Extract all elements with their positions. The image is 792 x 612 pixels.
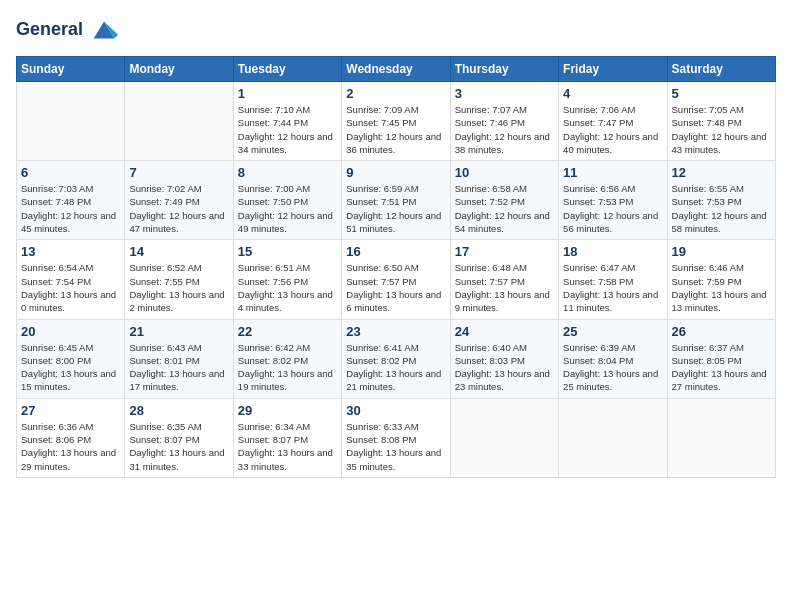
day-number: 8 <box>238 165 337 180</box>
day-info: Sunrise: 6:46 AM Sunset: 7:59 PM Dayligh… <box>672 261 771 314</box>
day-info: Sunrise: 7:07 AM Sunset: 7:46 PM Dayligh… <box>455 103 554 156</box>
day-number: 27 <box>21 403 120 418</box>
calendar-cell: 14Sunrise: 6:52 AM Sunset: 7:55 PM Dayli… <box>125 240 233 319</box>
day-info: Sunrise: 6:37 AM Sunset: 8:05 PM Dayligh… <box>672 341 771 394</box>
page-header: General <box>16 16 776 44</box>
day-info: Sunrise: 6:48 AM Sunset: 7:57 PM Dayligh… <box>455 261 554 314</box>
calendar-cell <box>559 398 667 477</box>
day-info: Sunrise: 6:42 AM Sunset: 8:02 PM Dayligh… <box>238 341 337 394</box>
day-info: Sunrise: 6:50 AM Sunset: 7:57 PM Dayligh… <box>346 261 445 314</box>
day-number: 7 <box>129 165 228 180</box>
logo-text: General <box>16 16 118 44</box>
day-number: 17 <box>455 244 554 259</box>
calendar-day-header: Friday <box>559 57 667 82</box>
calendar-week-row: 6Sunrise: 7:03 AM Sunset: 7:48 PM Daylig… <box>17 161 776 240</box>
day-info: Sunrise: 7:10 AM Sunset: 7:44 PM Dayligh… <box>238 103 337 156</box>
calendar-cell: 24Sunrise: 6:40 AM Sunset: 8:03 PM Dayli… <box>450 319 558 398</box>
day-number: 15 <box>238 244 337 259</box>
day-info: Sunrise: 6:45 AM Sunset: 8:00 PM Dayligh… <box>21 341 120 394</box>
calendar-cell: 1Sunrise: 7:10 AM Sunset: 7:44 PM Daylig… <box>233 82 341 161</box>
calendar-week-row: 27Sunrise: 6:36 AM Sunset: 8:06 PM Dayli… <box>17 398 776 477</box>
calendar-cell: 20Sunrise: 6:45 AM Sunset: 8:00 PM Dayli… <box>17 319 125 398</box>
day-number: 16 <box>346 244 445 259</box>
calendar-cell: 12Sunrise: 6:55 AM Sunset: 7:53 PM Dayli… <box>667 161 775 240</box>
calendar-cell <box>450 398 558 477</box>
calendar-week-row: 1Sunrise: 7:10 AM Sunset: 7:44 PM Daylig… <box>17 82 776 161</box>
day-info: Sunrise: 6:39 AM Sunset: 8:04 PM Dayligh… <box>563 341 662 394</box>
day-info: Sunrise: 6:59 AM Sunset: 7:51 PM Dayligh… <box>346 182 445 235</box>
day-number: 3 <box>455 86 554 101</box>
day-info: Sunrise: 7:09 AM Sunset: 7:45 PM Dayligh… <box>346 103 445 156</box>
day-info: Sunrise: 6:47 AM Sunset: 7:58 PM Dayligh… <box>563 261 662 314</box>
calendar-cell: 10Sunrise: 6:58 AM Sunset: 7:52 PM Dayli… <box>450 161 558 240</box>
calendar-cell: 26Sunrise: 6:37 AM Sunset: 8:05 PM Dayli… <box>667 319 775 398</box>
calendar-cell: 3Sunrise: 7:07 AM Sunset: 7:46 PM Daylig… <box>450 82 558 161</box>
calendar-week-row: 20Sunrise: 6:45 AM Sunset: 8:00 PM Dayli… <box>17 319 776 398</box>
calendar-table: SundayMondayTuesdayWednesdayThursdayFrid… <box>16 56 776 478</box>
calendar-cell: 28Sunrise: 6:35 AM Sunset: 8:07 PM Dayli… <box>125 398 233 477</box>
day-number: 21 <box>129 324 228 339</box>
day-number: 19 <box>672 244 771 259</box>
calendar-day-header: Tuesday <box>233 57 341 82</box>
calendar-cell: 2Sunrise: 7:09 AM Sunset: 7:45 PM Daylig… <box>342 82 450 161</box>
calendar-day-header: Monday <box>125 57 233 82</box>
day-info: Sunrise: 6:35 AM Sunset: 8:07 PM Dayligh… <box>129 420 228 473</box>
day-info: Sunrise: 6:36 AM Sunset: 8:06 PM Dayligh… <box>21 420 120 473</box>
day-number: 13 <box>21 244 120 259</box>
logo: General <box>16 16 118 44</box>
day-info: Sunrise: 7:02 AM Sunset: 7:49 PM Dayligh… <box>129 182 228 235</box>
day-info: Sunrise: 6:34 AM Sunset: 8:07 PM Dayligh… <box>238 420 337 473</box>
day-number: 1 <box>238 86 337 101</box>
calendar-cell: 27Sunrise: 6:36 AM Sunset: 8:06 PM Dayli… <box>17 398 125 477</box>
day-number: 30 <box>346 403 445 418</box>
day-number: 10 <box>455 165 554 180</box>
day-number: 9 <box>346 165 445 180</box>
calendar-cell: 9Sunrise: 6:59 AM Sunset: 7:51 PM Daylig… <box>342 161 450 240</box>
day-info: Sunrise: 6:40 AM Sunset: 8:03 PM Dayligh… <box>455 341 554 394</box>
day-number: 20 <box>21 324 120 339</box>
calendar-cell: 13Sunrise: 6:54 AM Sunset: 7:54 PM Dayli… <box>17 240 125 319</box>
calendar-cell: 29Sunrise: 6:34 AM Sunset: 8:07 PM Dayli… <box>233 398 341 477</box>
calendar-cell: 18Sunrise: 6:47 AM Sunset: 7:58 PM Dayli… <box>559 240 667 319</box>
day-number: 24 <box>455 324 554 339</box>
calendar-cell: 5Sunrise: 7:05 AM Sunset: 7:48 PM Daylig… <box>667 82 775 161</box>
calendar-cell: 16Sunrise: 6:50 AM Sunset: 7:57 PM Dayli… <box>342 240 450 319</box>
calendar-cell: 15Sunrise: 6:51 AM Sunset: 7:56 PM Dayli… <box>233 240 341 319</box>
calendar-header: SundayMondayTuesdayWednesdayThursdayFrid… <box>17 57 776 82</box>
day-info: Sunrise: 7:05 AM Sunset: 7:48 PM Dayligh… <box>672 103 771 156</box>
day-number: 2 <box>346 86 445 101</box>
day-number: 29 <box>238 403 337 418</box>
calendar-cell: 23Sunrise: 6:41 AM Sunset: 8:02 PM Dayli… <box>342 319 450 398</box>
day-info: Sunrise: 6:56 AM Sunset: 7:53 PM Dayligh… <box>563 182 662 235</box>
day-info: Sunrise: 7:06 AM Sunset: 7:47 PM Dayligh… <box>563 103 662 156</box>
day-number: 18 <box>563 244 662 259</box>
calendar-cell <box>667 398 775 477</box>
calendar-cell: 19Sunrise: 6:46 AM Sunset: 7:59 PM Dayli… <box>667 240 775 319</box>
day-info: Sunrise: 7:00 AM Sunset: 7:50 PM Dayligh… <box>238 182 337 235</box>
day-number: 22 <box>238 324 337 339</box>
day-info: Sunrise: 6:33 AM Sunset: 8:08 PM Dayligh… <box>346 420 445 473</box>
day-number: 6 <box>21 165 120 180</box>
calendar-cell: 4Sunrise: 7:06 AM Sunset: 7:47 PM Daylig… <box>559 82 667 161</box>
day-info: Sunrise: 6:58 AM Sunset: 7:52 PM Dayligh… <box>455 182 554 235</box>
calendar-cell: 11Sunrise: 6:56 AM Sunset: 7:53 PM Dayli… <box>559 161 667 240</box>
calendar-day-header: Thursday <box>450 57 558 82</box>
calendar-week-row: 13Sunrise: 6:54 AM Sunset: 7:54 PM Dayli… <box>17 240 776 319</box>
day-number: 28 <box>129 403 228 418</box>
day-number: 14 <box>129 244 228 259</box>
calendar-day-header: Wednesday <box>342 57 450 82</box>
calendar-cell <box>17 82 125 161</box>
calendar-cell: 17Sunrise: 6:48 AM Sunset: 7:57 PM Dayli… <box>450 240 558 319</box>
day-number: 23 <box>346 324 445 339</box>
calendar-cell: 30Sunrise: 6:33 AM Sunset: 8:08 PM Dayli… <box>342 398 450 477</box>
calendar-day-header: Sunday <box>17 57 125 82</box>
day-info: Sunrise: 6:41 AM Sunset: 8:02 PM Dayligh… <box>346 341 445 394</box>
day-number: 5 <box>672 86 771 101</box>
day-number: 4 <box>563 86 662 101</box>
day-number: 26 <box>672 324 771 339</box>
day-info: Sunrise: 6:51 AM Sunset: 7:56 PM Dayligh… <box>238 261 337 314</box>
logo-icon <box>90 16 118 44</box>
calendar-body: 1Sunrise: 7:10 AM Sunset: 7:44 PM Daylig… <box>17 82 776 478</box>
calendar-cell <box>125 82 233 161</box>
day-info: Sunrise: 7:03 AM Sunset: 7:48 PM Dayligh… <box>21 182 120 235</box>
